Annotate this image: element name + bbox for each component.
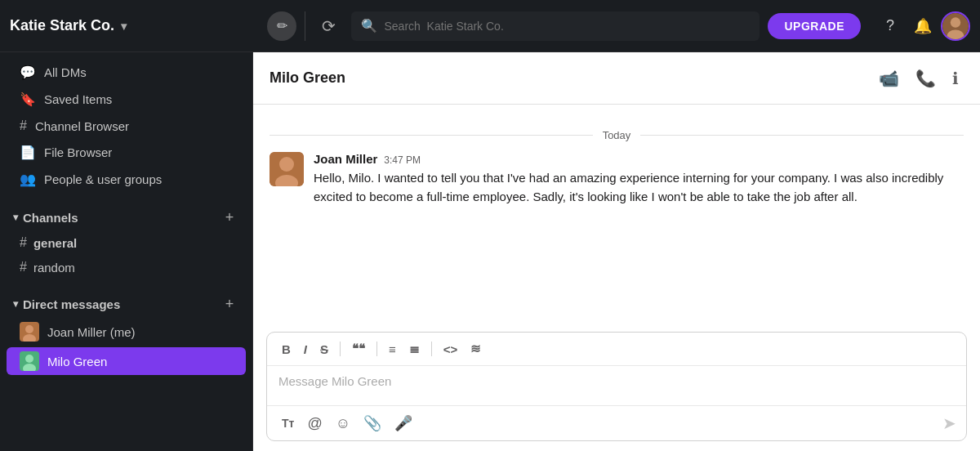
sidebar: 💬 All DMs 🔖 Saved Items # Channel Browse… xyxy=(0,52,253,451)
joan-avatar xyxy=(20,322,39,342)
user-avatar[interactable] xyxy=(941,11,970,41)
search-bar[interactable]: 🔍 xyxy=(351,11,760,41)
message-text: Hello, Milo. I wanted to tell you that I… xyxy=(314,169,964,206)
sidebar-item-all-dms[interactable]: 💬 All DMs xyxy=(7,60,246,85)
channel-browser-icon: # xyxy=(20,118,27,133)
help-button[interactable]: ? xyxy=(875,11,905,41)
dm-section-header[interactable]: ▾ Direct messages + xyxy=(0,288,252,317)
channel-random-label: random xyxy=(33,261,75,275)
dm-item-milo[interactable]: Milo Green xyxy=(7,347,246,375)
history-icon: ⟳ xyxy=(322,16,336,36)
milo-avatar xyxy=(20,351,39,371)
joan-dm-label: Joan Miller (me) xyxy=(47,325,136,339)
channels-section-header[interactable]: ▾ Channels + xyxy=(0,201,252,230)
attach-icon: 📎 xyxy=(363,414,381,432)
channels-section-left: ▾ Channels xyxy=(13,211,78,225)
workspace-chevron-icon: ▾ xyxy=(121,20,127,33)
hash-icon: # xyxy=(20,260,27,275)
channel-general-label: general xyxy=(33,236,77,250)
file-browser-label: File Browser xyxy=(44,145,112,159)
topbar: Katie Stark Co. ▾ ✏ ⟳ 🔍 UPGRADE ? 🔔 xyxy=(0,0,980,52)
code-block-button[interactable]: ≋ xyxy=(466,339,486,359)
bell-icon: 🔔 xyxy=(914,17,932,35)
message-placeholder: Message Milo Green xyxy=(278,374,391,388)
sidebar-item-general[interactable]: # general xyxy=(7,231,246,254)
unordered-list-button[interactable]: ≣ xyxy=(404,339,425,359)
chat-messages: Today Joan Miller 3:47 PM Hello, Milo. I… xyxy=(253,105,980,332)
people-icon: 👥 xyxy=(20,172,36,187)
info-button[interactable]: ℹ xyxy=(947,64,964,93)
add-dm-button[interactable]: + xyxy=(220,294,239,314)
search-input[interactable] xyxy=(384,20,750,33)
table-row: Joan Miller 3:47 PM Hello, Milo. I wante… xyxy=(270,152,964,206)
dm-item-joan[interactable]: Joan Miller (me) xyxy=(7,318,246,346)
attach-button[interactable]: 📎 xyxy=(359,411,386,435)
text-format-button[interactable]: Tт xyxy=(277,413,299,433)
pencil-icon: ✏ xyxy=(277,18,287,33)
svg-point-7 xyxy=(25,355,33,363)
upgrade-label: UPGRADE xyxy=(784,20,844,33)
voice-button[interactable]: 🎤 xyxy=(390,411,417,435)
main-layout: 💬 All DMs 🔖 Saved Items # Channel Browse… xyxy=(0,52,980,451)
search-icon: 🔍 xyxy=(361,18,377,33)
message-composer: B I S ❝❝ ≡ ≣ <> ≋ Message Milo Green Tт xyxy=(266,332,967,441)
svg-point-4 xyxy=(25,325,33,333)
composer-toolbar: B I S ❝❝ ≡ ≣ <> ≋ xyxy=(267,333,966,366)
bold-button[interactable]: B xyxy=(277,340,296,359)
workspace-name[interactable]: Katie Stark Co. ▾ xyxy=(10,17,189,34)
chat-header-actions: 📹 📞 ℹ xyxy=(874,64,964,93)
add-channel-button[interactable]: + xyxy=(220,208,239,227)
dm-section-left: ▾ Direct messages xyxy=(13,297,120,311)
chat-header-title: Milo Green xyxy=(270,69,874,87)
message-time: 3:47 PM xyxy=(384,154,421,166)
blockquote-button[interactable]: ❝❝ xyxy=(347,339,370,359)
code-button[interactable]: <> xyxy=(439,340,463,359)
strikethrough-button[interactable]: S xyxy=(315,340,333,359)
phone-call-button[interactable]: 📞 xyxy=(911,64,941,93)
send-button[interactable]: ➤ xyxy=(942,413,956,433)
milo-dm-label: Milo Green xyxy=(47,355,107,368)
emoji-button[interactable]: ☺ xyxy=(331,412,355,435)
chat-header: Milo Green 📹 📞 ℹ xyxy=(253,52,980,105)
text-format-icon: Tт xyxy=(282,417,294,430)
compose-button[interactable]: ✏ xyxy=(267,11,296,41)
sidebar-item-people[interactable]: 👥 People & user groups xyxy=(7,167,246,192)
sidebar-item-channel-browser[interactable]: # Channel Browser xyxy=(7,114,246,138)
file-browser-icon: 📄 xyxy=(20,145,36,160)
message-avatar xyxy=(270,152,304,186)
info-icon: ℹ xyxy=(952,69,959,88)
upgrade-button[interactable]: UPGRADE xyxy=(768,13,861,39)
ordered-list-button[interactable]: ≡ xyxy=(384,340,401,359)
toolbar-divider-2 xyxy=(376,342,377,356)
notifications-button[interactable]: 🔔 xyxy=(908,11,938,41)
dm-chevron-icon: ▾ xyxy=(13,298,18,310)
sidebar-item-random[interactable]: # random xyxy=(7,256,246,279)
microphone-icon: 🎤 xyxy=(394,414,412,432)
sidebar-item-file-browser[interactable]: 📄 File Browser xyxy=(7,140,246,165)
history-button[interactable]: ⟳ xyxy=(314,11,343,41)
mention-button[interactable]: @ xyxy=(302,412,327,435)
phone-icon: 📞 xyxy=(915,69,936,88)
topbar-divider xyxy=(305,11,305,41)
message-input[interactable]: Message Milo Green xyxy=(267,366,966,405)
date-divider: Today xyxy=(270,127,964,142)
composer-bottom: Tт @ ☺ 📎 🎤 ➤ xyxy=(267,405,966,440)
italic-button[interactable]: I xyxy=(299,340,312,359)
sidebar-item-saved-items[interactable]: 🔖 Saved Items xyxy=(7,87,246,112)
channels-section-label: Channels xyxy=(23,211,78,225)
all-dms-icon: 💬 xyxy=(20,65,36,80)
dm-section-label: Direct messages xyxy=(23,297,120,311)
video-icon: 📹 xyxy=(879,69,899,88)
all-dms-label: All DMs xyxy=(44,65,87,79)
send-icon: ➤ xyxy=(942,413,956,433)
channel-browser-label: Channel Browser xyxy=(35,119,129,133)
workspace-label: Katie Stark Co. xyxy=(10,17,114,34)
chat-area: Milo Green 📹 📞 ℹ Today xyxy=(253,52,980,451)
svg-point-10 xyxy=(279,157,294,172)
help-icon: ? xyxy=(886,17,894,34)
composer-bottom-icons: Tт @ ☺ 📎 🎤 xyxy=(277,411,417,435)
svg-point-1 xyxy=(951,17,960,27)
message-sender: Joan Miller xyxy=(314,152,377,166)
video-call-button[interactable]: 📹 xyxy=(874,64,904,93)
mention-icon: @ xyxy=(307,415,322,432)
